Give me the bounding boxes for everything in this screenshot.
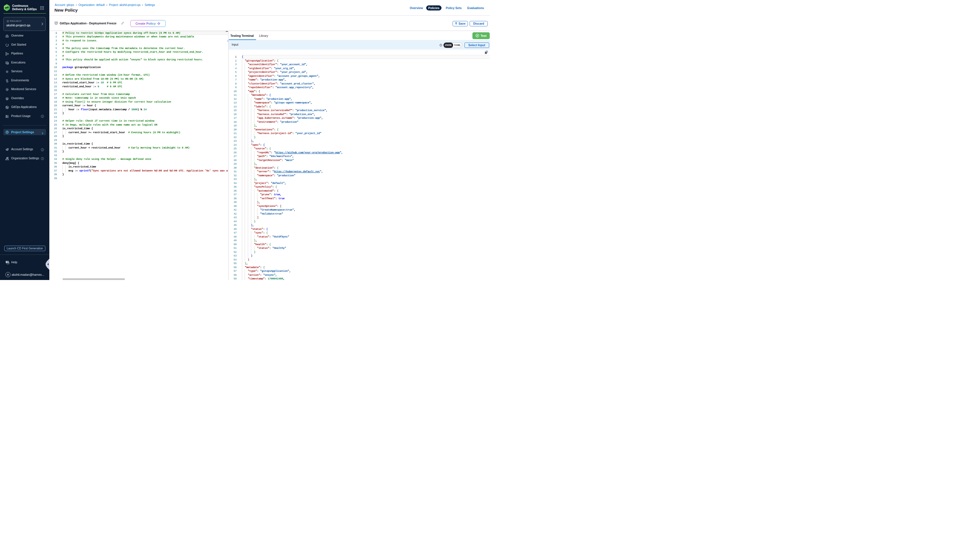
svg-text:</>: </>: [439, 45, 442, 46]
svg-text:?: ?: [7, 261, 8, 263]
